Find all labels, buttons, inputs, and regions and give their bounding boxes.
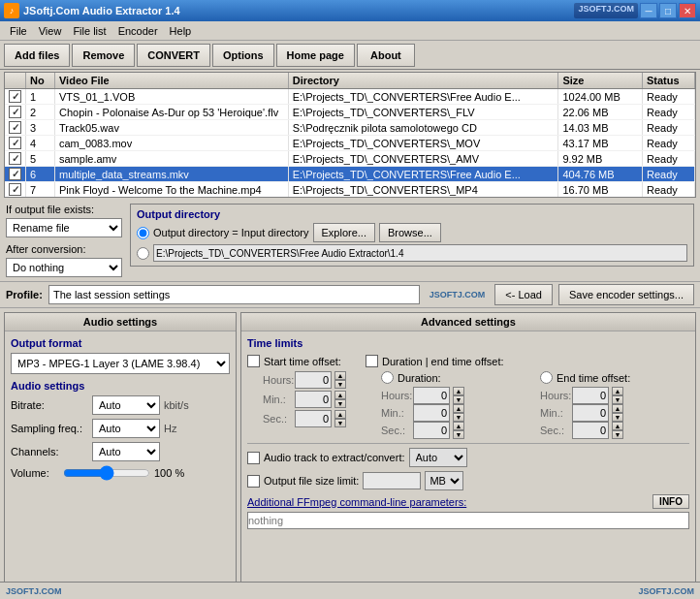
ffmpeg-input[interactable] — [247, 512, 689, 529]
start-min-down[interactable]: ▼ — [334, 399, 346, 408]
dur-hours-input[interactable] — [413, 387, 450, 404]
menu-file-list[interactable]: File list — [67, 23, 111, 39]
col-header-status[interactable]: Status — [642, 73, 694, 89]
start-min-input[interactable] — [295, 391, 332, 408]
start-sec-up[interactable]: ▲ — [334, 410, 346, 419]
start-sec-input[interactable] — [295, 410, 332, 427]
output-dir-radio-input[interactable]: Output directory = Input directory Explo… — [137, 223, 687, 242]
options-button[interactable]: Options — [212, 44, 274, 67]
end-hours-up[interactable]: ▲ — [612, 387, 623, 395]
browse-button[interactable]: Browse... — [379, 223, 441, 242]
mb-select[interactable]: MB — [425, 471, 463, 490]
col-header-size[interactable]: Size — [558, 73, 643, 89]
bitrate-select[interactable]: Auto — [92, 395, 160, 415]
end-min-down[interactable]: ▼ — [612, 413, 623, 422]
row-status: Ready — [642, 136, 694, 151]
profile-input[interactable] — [48, 285, 420, 304]
menu-file[interactable]: File — [4, 23, 33, 39]
start-time-checkbox[interactable] — [247, 355, 260, 367]
end-sec-up[interactable]: ▲ — [612, 422, 623, 430]
remove-button[interactable]: Remove — [72, 44, 135, 67]
save-encoder-settings-button[interactable]: Save encoder settings... — [558, 284, 694, 305]
dur-min-down[interactable]: ▼ — [453, 413, 464, 422]
table-row[interactable]: 7Pink Floyd - Welcome To the Machine.mp4… — [5, 182, 695, 198]
end-time-radio[interactable] — [540, 371, 553, 384]
file-list-area[interactable]: No Video File Directory Size Status 1VTS… — [4, 72, 696, 198]
output-dir-title: Output directory — [137, 208, 687, 220]
col-header-video-file[interactable]: Video File — [54, 73, 288, 89]
col-header-no[interactable]: No — [26, 73, 55, 89]
start-time-section: Start time offset: Hours: ▲ ▼ — [247, 355, 346, 439]
start-hours-down[interactable]: ▼ — [334, 380, 346, 389]
end-sec-down[interactable]: ▼ — [612, 430, 623, 439]
audio-track-checkbox[interactable] — [247, 452, 260, 464]
row-checkbox[interactable] — [9, 137, 21, 149]
load-button[interactable]: <- Load — [494, 284, 553, 305]
row-checkbox[interactable] — [9, 168, 21, 180]
file-size-input[interactable] — [363, 472, 421, 489]
row-checkbox[interactable] — [9, 183, 21, 196]
custom-dir-input[interactable] — [153, 244, 687, 262]
maximize-button[interactable]: □ — [659, 3, 677, 18]
info-button[interactable]: INFO — [652, 494, 689, 509]
dur-sec-up[interactable]: ▲ — [453, 422, 464, 430]
col-header-directory[interactable]: Directory — [288, 73, 558, 89]
table-row[interactable]: 4cam_0083.movE:\Projects_TD\_CONVERTERS\… — [5, 136, 695, 151]
row-checkbox[interactable] — [9, 121, 21, 134]
table-row[interactable]: 3Track05.wavS:\Podręcznik pilota samolot… — [5, 120, 695, 136]
radio-input-dir[interactable] — [137, 227, 149, 239]
format-select[interactable]: MP3 - MPEG-1 Layer 3 (LAME 3.98.4) — [11, 353, 230, 374]
title-jsoftj-logo: JSOFTJ.COM — [574, 3, 638, 18]
output-exists-select[interactable]: Rename file — [6, 218, 122, 237]
about-button[interactable]: About — [357, 44, 415, 67]
home-page-button[interactable]: Home page — [276, 44, 355, 67]
after-conv-select[interactable]: Do nothing — [6, 258, 122, 277]
row-filename: Chopin - Polonaise As-Dur op 53 'Heroiqu… — [54, 105, 288, 120]
start-min-up[interactable]: ▲ — [334, 391, 346, 399]
start-hours-input[interactable] — [295, 371, 332, 389]
end-min-up[interactable]: ▲ — [612, 404, 623, 413]
start-hours-label: Hours: — [263, 374, 292, 386]
row-checkbox[interactable] — [9, 152, 21, 165]
dur-min-up[interactable]: ▲ — [453, 404, 464, 413]
volume-slider[interactable] — [63, 465, 150, 481]
table-row[interactable]: 5sample.amvE:\Projects_TD\_CONVERTERS\_A… — [5, 151, 695, 167]
dur-sec-input[interactable] — [413, 422, 450, 439]
menu-encoder[interactable]: Encoder — [112, 23, 164, 39]
add-files-button[interactable]: Add files — [4, 44, 70, 67]
file-size-checkbox[interactable] — [247, 475, 260, 488]
table-row[interactable]: 1VTS_01_1.VOBE:\Projects_TD\_CONVERTERS\… — [5, 89, 695, 105]
end-hours-down[interactable]: ▼ — [612, 395, 623, 404]
start-sec-down[interactable]: ▼ — [334, 419, 346, 427]
table-row[interactable]: 2Chopin - Polonaise As-Dur op 53 'Heroiq… — [5, 105, 695, 120]
end-hours-input[interactable] — [572, 387, 609, 404]
ffmpeg-params-label[interactable]: Additional FFmpeg command-line parameter… — [247, 496, 466, 508]
file-size-row: Output file size limit: MB — [247, 471, 689, 490]
explore-button[interactable]: Explore... — [313, 223, 375, 242]
dur-sec-down[interactable]: ▼ — [453, 430, 464, 439]
start-time-label: Start time offset: — [264, 356, 341, 367]
dur-hours-up[interactable]: ▲ — [453, 387, 464, 395]
radio-custom-dir[interactable] — [137, 247, 149, 260]
duration-checkbox[interactable] — [366, 355, 378, 367]
channels-select[interactable]: Auto — [92, 442, 160, 461]
end-hours-label: Hours: — [540, 390, 569, 401]
row-checkbox[interactable] — [9, 106, 21, 118]
audio-track-select[interactable]: Auto — [409, 448, 467, 467]
end-sec-input[interactable] — [572, 422, 609, 439]
minimize-button[interactable]: ─ — [640, 3, 657, 18]
sampling-select[interactable]: Auto — [92, 419, 160, 438]
close-button[interactable]: ✕ — [679, 3, 696, 18]
table-row[interactable]: 6multiple_data_streams.mkvE:\Projects_TD… — [5, 167, 695, 182]
sampling-unit: Hz — [164, 423, 176, 434]
start-hours-up[interactable]: ▲ — [334, 371, 346, 380]
end-min-input[interactable] — [572, 404, 609, 422]
row-checkbox[interactable] — [9, 90, 21, 103]
dur-hours-down[interactable]: ▼ — [453, 395, 464, 404]
duration-radio[interactable] — [381, 371, 394, 384]
col-header-check[interactable] — [5, 73, 26, 89]
convert-button[interactable]: CONVERT — [137, 44, 210, 67]
dur-min-input[interactable] — [413, 404, 450, 422]
menu-view[interactable]: View — [33, 23, 68, 39]
menu-help[interactable]: Help — [164, 23, 198, 39]
